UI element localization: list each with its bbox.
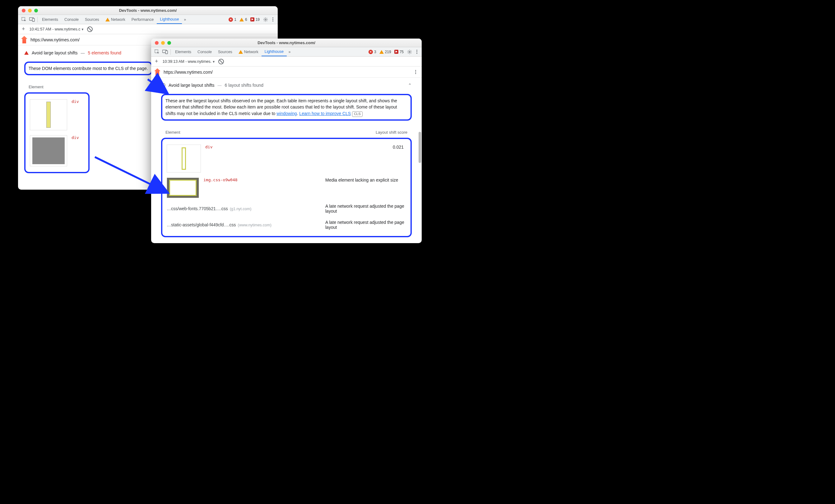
svg-point-7 [409, 51, 410, 52]
element-selector: div [72, 135, 79, 140]
table-row[interactable]: div [28, 133, 85, 169]
warning-count[interactable]: 6 [240, 17, 247, 22]
tab-console[interactable]: Console [195, 47, 215, 56]
thumbnail [30, 135, 67, 166]
close-icon[interactable] [22, 9, 25, 13]
audit-subtitle: 5 elements found [88, 50, 121, 55]
traffic-lights [151, 41, 171, 45]
new-report-button[interactable]: + [154, 58, 160, 65]
cause-text: A late network request adjusted the page… [325, 220, 406, 230]
tab-elements[interactable]: Elements [39, 15, 61, 24]
window-title: DevTools - www.nytimes.com/ [18, 8, 278, 13]
window-title: DevTools - www.nytimes.com/ [151, 40, 422, 45]
th-score: Layout shift score [358, 130, 407, 134]
tab-sources[interactable]: Sources [82, 15, 102, 24]
warning-icon [240, 18, 244, 21]
cause-row: …static-assets/global-f449cfd….css(www.n… [165, 217, 407, 233]
svg-rect-2 [32, 18, 35, 21]
audit-description: These are the largest layout shifts obse… [161, 94, 412, 121]
cause-source: …static-assets/global-f449cfd….css(www.n… [167, 222, 319, 227]
close-icon[interactable] [155, 41, 159, 45]
tab-lighthouse[interactable]: Lighthouse [157, 15, 182, 24]
report-selector[interactable]: 10:41:57 AM - www.nytimes.c▼ [29, 27, 84, 31]
element-selector: div [72, 99, 79, 104]
audit-description: These DOM elements contribute most to th… [24, 62, 152, 75]
audit-header[interactable]: Avoid large layout shifts — 6 layout shi… [161, 81, 412, 89]
page-url: https://www.nytimes.com/ [164, 70, 213, 75]
more-icon[interactable] [270, 17, 276, 21]
console-counts: ✕1 6 ⚑19 [227, 17, 262, 22]
device-toggle-icon[interactable] [161, 48, 169, 56]
table-header: Element Layout shift score [161, 127, 412, 138]
tab-console[interactable]: Console [61, 15, 82, 24]
tabs-overflow-icon[interactable]: » [182, 17, 188, 22]
cls-tag: CLS [352, 111, 362, 117]
report-selector[interactable]: 10:39:13 AM - www.nytimes.▼ [163, 59, 216, 64]
audit-title: Avoid large layout shifts [32, 50, 78, 55]
lighthouse-toolbar: + 10:39:13 AM - www.nytimes.▼ [151, 57, 422, 66]
tab-sources[interactable]: Sources [215, 47, 236, 56]
new-report-button[interactable]: + [21, 26, 26, 32]
error-count[interactable]: ✕3 [368, 50, 376, 54]
cause-source: …css/web-fonts.7705b21….css(g1.nyt.com) [167, 206, 319, 211]
info-count[interactable]: ⚑75 [394, 50, 404, 54]
settings-icon[interactable] [406, 48, 414, 56]
inspect-icon[interactable] [153, 48, 161, 56]
url-bar: https://www.nytimes.com/ [151, 66, 422, 78]
clear-button[interactable] [87, 26, 93, 32]
root-cause: Media element lacking an explicit size [325, 177, 406, 183]
thumbnail [167, 177, 199, 198]
table-row[interactable]: div [28, 97, 85, 133]
fail-icon [24, 51, 28, 55]
tabs-overflow-icon[interactable]: » [287, 50, 293, 54]
devtools-tabbar: Elements Console Sources Network Perform… [18, 15, 278, 24]
cause-row: …css/web-fonts.7705b21….css(g1.nyt.com) … [165, 201, 407, 217]
error-icon: ✕ [368, 50, 373, 54]
table-row[interactable]: div 0.021 [165, 142, 407, 175]
titlebar[interactable]: DevTools - www.nytimes.com/ [151, 39, 422, 47]
collapse-icon[interactable]: ⌃ [408, 83, 412, 88]
more-icon[interactable] [414, 50, 420, 54]
lighthouse-icon [21, 36, 27, 44]
page-url: https://www.nytimes.com/ [30, 37, 80, 42]
caret-down-icon: ▼ [81, 28, 84, 31]
lighthouse-toolbar: + 10:41:57 AM - www.nytimes.c▼ [18, 24, 278, 34]
neutral-icon [161, 83, 165, 87]
zoom-icon[interactable] [34, 9, 38, 13]
svg-rect-6 [165, 51, 168, 54]
layout-shift-score: 0.021 [393, 145, 406, 150]
caret-down-icon: ▼ [212, 60, 215, 63]
titlebar[interactable]: DevTools - www.nytimes.com/ [18, 6, 278, 15]
issue-icon: ⚑ [394, 50, 399, 54]
info-count[interactable]: ⚑19 [250, 17, 260, 22]
console-counts: ✕3 219 ⚑75 [367, 50, 406, 54]
tab-performance[interactable]: Performance [128, 15, 157, 24]
zoom-icon[interactable] [167, 41, 171, 45]
tab-network[interactable]: Network [236, 47, 262, 56]
tab-elements[interactable]: Elements [172, 47, 195, 56]
minimize-icon[interactable] [28, 9, 32, 13]
audit-table: Element Layout shift score div 0.021 img… [161, 127, 412, 237]
warning-icon [105, 18, 110, 21]
audit-title: Avoid large layout shifts [168, 83, 215, 88]
report-menu-icon[interactable] [412, 70, 419, 74]
settings-icon[interactable] [262, 16, 270, 23]
table-row[interactable]: img.css-o9w048 Media element lacking an … [165, 175, 407, 201]
tab-lighthouse[interactable]: Lighthouse [262, 47, 287, 56]
windowing-link[interactable]: windowing [277, 111, 297, 116]
thumbnail [30, 99, 67, 130]
scrollbar[interactable] [419, 132, 421, 163]
th-element: Element [165, 130, 358, 134]
learn-cls-link[interactable]: Learn how to improve CLS [299, 111, 351, 116]
device-toggle-icon[interactable] [28, 16, 36, 23]
minimize-icon[interactable] [161, 41, 165, 45]
error-count[interactable]: ✕1 [229, 17, 236, 22]
tab-network[interactable]: Network [102, 15, 128, 24]
clear-button[interactable] [218, 59, 224, 64]
warning-count[interactable]: 219 [380, 50, 391, 54]
lighthouse-icon [154, 68, 161, 76]
issue-icon: ⚑ [250, 17, 254, 21]
element-selector: img.css-o9w048 [203, 177, 238, 182]
inspect-icon[interactable] [20, 16, 28, 23]
error-icon: ✕ [229, 17, 233, 22]
